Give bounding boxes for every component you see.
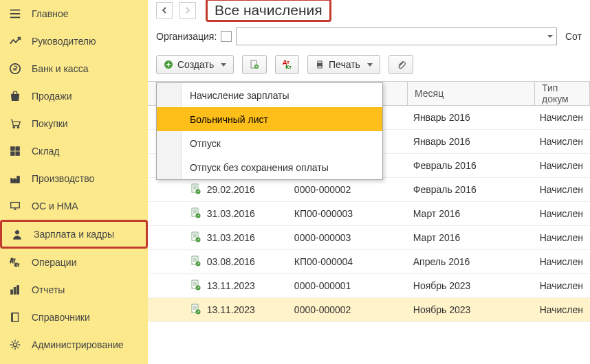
- svg-rect-11: [11, 290, 13, 294]
- sidebar-item-label: Администрирование: [32, 339, 124, 350]
- sidebar-item-production[interactable]: Производство: [0, 165, 148, 192]
- sidebar-item-label: Зарплата и кадры: [34, 229, 114, 240]
- sidebar-item-label: ОС и НМА: [32, 201, 78, 212]
- sidebar-item-label: Главное: [32, 8, 69, 19]
- document-plus-icon: [250, 60, 259, 69]
- sidebar-item-salary[interactable]: Зарплата и кадры: [0, 220, 148, 249]
- sidebar-item-main[interactable]: Главное: [0, 0, 148, 27]
- filter-label: Организация:: [156, 31, 217, 42]
- bar-chart-icon: [8, 283, 22, 297]
- th-month[interactable]: Месяц: [408, 82, 535, 105]
- nav-forward-button[interactable]: [179, 2, 196, 19]
- dd-item-vacation[interactable]: Отпуск: [157, 131, 382, 155]
- person-icon: [10, 227, 24, 241]
- sidebar-item-label: Руководителю: [32, 36, 96, 47]
- table-row[interactable]: 31.03.2016КП00-000003Март 2016Начислен: [148, 202, 590, 226]
- sidebar-item-label: Продажи: [32, 91, 72, 102]
- sidebar-item-warehouse[interactable]: Склад: [0, 137, 148, 165]
- dd-item-sick-leave[interactable]: Больничный лист: [157, 107, 382, 131]
- plus-circle-icon: [164, 60, 173, 69]
- svg-rect-7: [11, 203, 20, 208]
- svg-rect-4: [16, 147, 19, 150]
- svg-point-8: [15, 231, 19, 234]
- sidebar-item-label: Склад: [32, 146, 60, 157]
- create-dropdown: Начисление зарплаты Больничный лист Отпу…: [156, 82, 383, 180]
- document-ok-icon: [190, 255, 201, 269]
- document-ok-icon: [190, 304, 201, 317]
- print-button[interactable]: Печать: [307, 55, 380, 74]
- sidebar: Главное Руководителю Банк и касса Продаж…: [0, 0, 148, 364]
- sidebar-item-purchases[interactable]: Покупки: [0, 110, 148, 137]
- dtkt-button[interactable]: ДтКт: [275, 55, 299, 74]
- svg-rect-13: [17, 286, 19, 295]
- sidebar-item-label: Операции: [32, 257, 77, 268]
- sidebar-item-assets[interactable]: ОС и НМА: [0, 192, 148, 220]
- gear-icon: [8, 338, 22, 352]
- sidebar-item-label: Покупки: [32, 118, 68, 129]
- sidebar-item-manager[interactable]: Руководителю: [0, 27, 148, 55]
- title-row: Все начисления: [148, 0, 590, 21]
- svg-rect-20: [318, 66, 322, 68]
- svg-rect-6: [16, 152, 19, 155]
- svg-rect-19: [318, 61, 322, 63]
- create-button[interactable]: Создать: [156, 55, 234, 74]
- filter-right-label: Сот: [565, 31, 582, 42]
- dd-item-payroll[interactable]: Начисление зарплаты: [157, 83, 382, 107]
- sidebar-item-label: Отчеты: [32, 284, 65, 295]
- cart-icon: [8, 117, 22, 130]
- main-content: Все начисления Организация: Сот Создать …: [148, 0, 590, 364]
- bag-icon: [8, 89, 22, 103]
- table-row[interactable]: 03.08.2016КП00-000004Апрель 2016Начислен: [148, 250, 590, 274]
- create-button-label: Создать: [177, 59, 214, 70]
- chart-line-icon: [8, 34, 22, 48]
- sidebar-item-sales[interactable]: Продажи: [0, 82, 148, 110]
- document-ok-icon: [190, 207, 201, 220]
- sidebar-item-admin[interactable]: Администрирование: [0, 331, 148, 359]
- dtkt-icon: ДтКт: [8, 255, 22, 269]
- dtkt-icon: ДтКт: [283, 60, 292, 69]
- caret-down-icon: [367, 63, 373, 67]
- document-ok-icon: [190, 183, 201, 196]
- grid-icon: [8, 144, 22, 158]
- attach-button[interactable]: [389, 55, 413, 74]
- toolbar: Создать ДтКт Печать: [148, 52, 590, 81]
- document-ok-icon: [190, 280, 201, 293]
- menu-icon: [8, 7, 22, 21]
- dd-item-unpaid-leave[interactable]: Отпуск без сохранения оплаты: [157, 155, 382, 179]
- filter-checkbox[interactable]: [221, 31, 232, 42]
- sidebar-item-label: Банк и касса: [32, 63, 88, 74]
- find-button[interactable]: [242, 55, 267, 74]
- book-icon: [8, 310, 22, 324]
- sidebar-item-bank[interactable]: Банк и касса: [0, 55, 148, 82]
- factory-icon: [8, 172, 22, 185]
- svg-rect-5: [11, 152, 14, 155]
- svg-point-14: [13, 343, 17, 346]
- svg-rect-3: [11, 147, 14, 150]
- printer-icon: [315, 60, 325, 69]
- sidebar-item-operations[interactable]: ДтКт Операции: [0, 249, 148, 276]
- svg-point-2: [17, 126, 19, 128]
- sidebar-item-label: Справочники: [32, 312, 90, 323]
- sidebar-item-reports[interactable]: Отчеты: [0, 276, 148, 304]
- caret-down-icon: [221, 63, 226, 67]
- svg-rect-12: [14, 287, 16, 294]
- document-ok-icon: [190, 231, 201, 244]
- table-row[interactable]: 13.11.20230000-000001Ноябрь 2023Начислен: [148, 274, 590, 298]
- page-title: Все начисления: [206, 0, 331, 22]
- print-button-label: Печать: [329, 59, 360, 70]
- svg-text:Кт: Кт: [14, 262, 19, 267]
- organization-select[interactable]: [236, 27, 557, 45]
- th-type[interactable]: Тип докум: [535, 82, 590, 105]
- filter-row: Организация: Сот: [148, 21, 590, 52]
- ruble-icon: [8, 62, 22, 76]
- table-row[interactable]: 29.02.20160000-000002Февраль 2016Начисле…: [148, 178, 590, 202]
- paperclip-icon: [396, 60, 406, 69]
- sidebar-item-label: Производство: [32, 173, 94, 184]
- table-row[interactable]: 13.11.20230000-000002Ноябрь 2023Начислен: [148, 298, 590, 322]
- monitor-icon: [8, 199, 22, 213]
- svg-point-1: [13, 126, 15, 128]
- nav-back-button[interactable]: [156, 2, 173, 19]
- table-row[interactable]: 31.03.20160000-000003Март 2016Начислен: [148, 226, 590, 250]
- sidebar-item-catalogs[interactable]: Справочники: [0, 304, 148, 331]
